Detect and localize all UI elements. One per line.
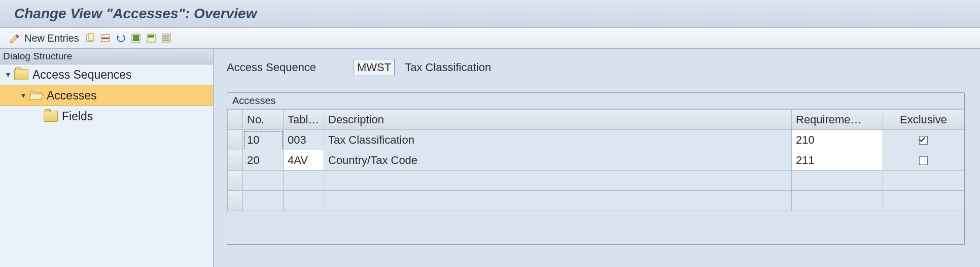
tree-node-label: Fields [62,110,93,123]
column-header-description[interactable]: Description [324,110,792,130]
tree-node-label: Accesses [47,89,96,103]
table-row-empty[interactable] [228,191,964,211]
table-row-empty[interactable] [228,171,964,191]
cell-exclusive[interactable] [883,150,964,171]
cell-description[interactable]: Tax Classification [324,130,792,150]
select-all-icon[interactable] [130,32,142,44]
svg-rect-7 [148,35,154,38]
column-header-selector[interactable] [228,110,243,130]
access-sequence-row: Access Sequence MWST Tax Classification [227,59,980,76]
tree-node-accesses[interactable]: ▼ Accesses [0,85,213,106]
cell-requirement[interactable]: 210 [792,130,883,150]
cell-description[interactable]: Country/Tax Code [324,150,792,171]
column-header-table[interactable]: Tabl… [284,110,324,130]
select-block-icon[interactable] [145,32,157,44]
application-toolbar: New Entries [0,28,980,49]
expand-collapse-icon[interactable]: ▼ [19,91,27,99]
column-header-exclusive[interactable]: Exclusive [883,110,964,130]
tree-node-access-sequences[interactable]: ▼ Access Sequences [0,64,213,85]
svg-rect-3 [102,38,109,39]
folder-open-icon [29,90,43,101]
new-entries-button[interactable]: New Entries [24,32,79,44]
dialog-structure-tree: ▼ Access Sequences ▼ Accesses Fields [0,64,213,267]
access-sequence-label: Access Sequence [227,61,343,74]
dialog-structure-panel: Dialog Structure ▼ Access Sequences ▼ Ac… [0,49,214,267]
folder-closed-icon [44,111,58,122]
access-sequence-description: Tax Classification [405,61,491,74]
row-selector[interactable] [228,150,243,171]
row-selector[interactable] [228,191,243,211]
cell-no[interactable]: 20 [243,150,284,171]
tree-node-label: Access Sequences [32,68,132,82]
svg-rect-1 [88,34,94,41]
cell-exclusive[interactable] [883,130,964,150]
cell-no[interactable]: 10 [243,130,284,150]
undo-icon[interactable] [115,32,127,44]
content-panel: Access Sequence MWST Tax Classification … [214,49,980,267]
cell-requirement[interactable]: 211 [792,150,883,171]
table-row[interactable]: 20 4AV Country/Tax Code 211 [228,150,964,171]
expand-collapse-icon[interactable]: ▼ [4,71,12,79]
table-header-row: No. Tabl… Description Requireme… Exclusi… [228,110,964,130]
accesses-table: No. Tabl… Description Requireme… Exclusi… [227,109,964,211]
svg-rect-5 [133,35,139,41]
toggle-change-icon[interactable] [9,32,21,44]
access-sequence-code: MWST [354,59,395,76]
tree-node-fields[interactable]: Fields [0,106,213,126]
folder-closed-icon [14,69,28,80]
column-header-requirement[interactable]: Requireme… [792,110,883,130]
row-selector[interactable] [228,171,243,191]
main-area: Dialog Structure ▼ Access Sequences ▼ Ac… [0,49,980,267]
dialog-structure-header: Dialog Structure [0,49,213,64]
table-row[interactable]: 10 003 Tax Classification 210 [228,130,964,150]
deselect-all-icon[interactable] [160,32,172,44]
cell-table[interactable]: 003 [284,130,324,150]
copy-as-icon[interactable] [84,32,96,44]
title-bar: Change View "Accesses": Overview [0,0,980,28]
row-selector[interactable] [228,130,243,150]
accesses-table-box: Accesses No. Tabl… Description [227,92,965,245]
page-title: Change View "Accesses": Overview [14,6,257,22]
column-header-no[interactable]: No. [243,110,284,130]
checkbox-unchecked-icon[interactable] [919,156,928,165]
cell-table[interactable]: 4AV [284,150,324,171]
checkbox-checked-icon[interactable] [919,136,928,145]
delete-icon[interactable] [99,32,112,44]
accesses-table-title: Accesses [227,93,964,109]
